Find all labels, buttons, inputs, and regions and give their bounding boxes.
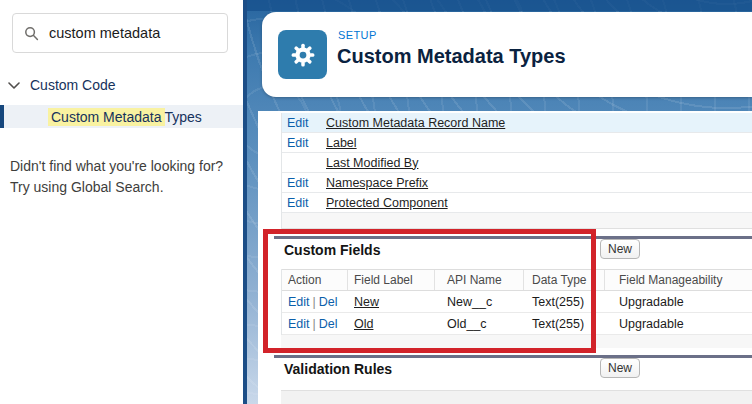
page-title: Custom Metadata Types bbox=[337, 45, 566, 68]
field-link[interactable]: Namespace Prefix bbox=[326, 176, 428, 190]
new-validation-rule-button[interactable]: New bbox=[600, 358, 640, 378]
action-separator: | bbox=[310, 317, 319, 331]
del-link[interactable]: Del bbox=[319, 295, 338, 309]
field-link[interactable]: Last Modified By bbox=[326, 156, 418, 170]
new-custom-field-button[interactable]: New bbox=[600, 239, 640, 259]
edit-link[interactable]: Edit bbox=[282, 136, 326, 150]
column-header-field-manageability: Field Manageability bbox=[605, 270, 752, 290]
edit-link[interactable]: Edit bbox=[282, 116, 326, 130]
column-header-api-name: API Name bbox=[435, 270, 524, 290]
field-link[interactable]: Custom Metadata Record Name bbox=[326, 116, 505, 130]
field-link[interactable]: New bbox=[354, 295, 379, 309]
table-row: Edit Label bbox=[282, 133, 752, 153]
search-input[interactable] bbox=[49, 25, 219, 41]
gear-icon bbox=[288, 40, 318, 70]
setup-eyebrow: SETUP bbox=[338, 29, 377, 41]
sidebar-item-label: Custom Code bbox=[30, 77, 116, 93]
setup-icon-tile bbox=[278, 30, 327, 79]
edit-link[interactable]: Edit bbox=[288, 317, 310, 331]
sidebar-item-custom-code[interactable]: Custom Code bbox=[8, 74, 116, 96]
setup-screen: Custom Code Custom Metadata Types Didn't… bbox=[0, 0, 752, 404]
data-type-cell: Text(255) bbox=[524, 317, 605, 331]
table-header-partial bbox=[281, 390, 752, 404]
table-row: Edit|Del New New__c Text(255) Upgradable bbox=[282, 291, 752, 313]
setup-sidebar: Custom Code Custom Metadata Types Didn't… bbox=[0, 0, 243, 404]
table-row: Last Modified By bbox=[282, 153, 752, 173]
sidebar-item-custom-metadata-types[interactable]: Custom Metadata Types bbox=[0, 105, 243, 128]
api-name-cell: New__c bbox=[435, 295, 524, 309]
column-header-action: Action bbox=[282, 270, 348, 290]
table-footer bbox=[281, 335, 752, 348]
validation-rules-section-title: Validation Rules bbox=[284, 361, 392, 377]
chevron-down-icon bbox=[8, 82, 20, 89]
custom-fields-section-title: Custom Fields bbox=[284, 242, 380, 258]
table-row: Edit|Del Old Old__c Text(255) Upgradable bbox=[282, 313, 752, 335]
edit-link[interactable]: Edit bbox=[288, 295, 310, 309]
custom-fields-table: Action Field Label API Name Data Type Fi… bbox=[281, 269, 752, 335]
table-row: Edit Namespace Prefix bbox=[282, 173, 752, 193]
field-link[interactable]: Protected Component bbox=[326, 196, 448, 210]
table-footer bbox=[281, 213, 752, 229]
section-top-border bbox=[274, 236, 752, 239]
field-link[interactable]: Label bbox=[326, 136, 357, 150]
table-header-row: Action Field Label API Name Data Type Fi… bbox=[282, 269, 752, 291]
section-top-border bbox=[274, 355, 752, 358]
hint-line-1: Didn't find what you're looking for? bbox=[10, 156, 235, 177]
table-row: Edit Protected Component bbox=[282, 193, 752, 213]
column-header-data-type: Data Type bbox=[524, 270, 605, 290]
hint-line-2: Try using Global Search. bbox=[10, 177, 235, 198]
table-row: Edit Custom Metadata Record Name bbox=[282, 113, 752, 133]
field-link[interactable]: Old bbox=[354, 317, 373, 331]
manageability-cell: Upgradable bbox=[605, 295, 752, 309]
edit-link[interactable]: Edit bbox=[282, 176, 326, 190]
search-icon bbox=[24, 26, 39, 41]
sidebar-item-label-rest: Types bbox=[165, 109, 202, 125]
api-name-cell: Old__c bbox=[435, 317, 524, 331]
search-match-highlight: Custom Metadata bbox=[48, 108, 165, 126]
sidebar-hint: Didn't find what you're looking for? Try… bbox=[10, 156, 235, 198]
data-type-cell: Text(255) bbox=[524, 295, 605, 309]
column-header-field-label: Field Label bbox=[348, 270, 435, 290]
content-panel: Edit Custom Metadata Record Name Edit La… bbox=[258, 111, 752, 404]
top-accent-bar bbox=[247, 0, 752, 11]
manageability-cell: Upgradable bbox=[605, 317, 752, 331]
edit-link[interactable]: Edit bbox=[282, 196, 326, 210]
action-separator: | bbox=[310, 295, 319, 309]
del-link[interactable]: Del bbox=[319, 317, 338, 331]
search-box[interactable] bbox=[12, 13, 228, 53]
standard-fields-table: Edit Custom Metadata Record Name Edit La… bbox=[281, 113, 752, 213]
setup-header-card: SETUP Custom Metadata Types bbox=[262, 12, 752, 97]
